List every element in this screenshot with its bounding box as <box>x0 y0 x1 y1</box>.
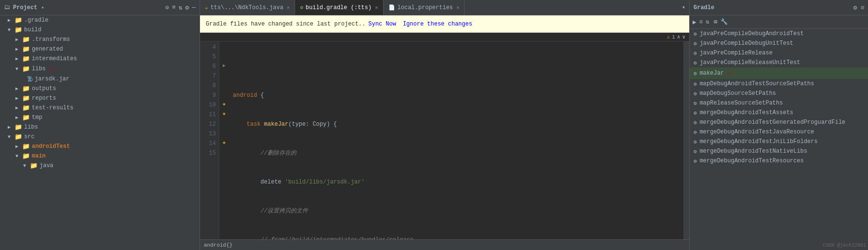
tab-local-properties[interactable]: 📄 local.properties ✕ <box>384 0 465 15</box>
code-content[interactable]: android { task makeJar(type: Copy) { //删… <box>229 41 683 239</box>
gradle-item-label: mapReleaseSourceSetPaths <box>700 100 783 106</box>
folder-icon: 📁 <box>14 26 22 34</box>
watermark: CSDN @jack22001 <box>823 243 866 248</box>
task-gear-icon: ⚙ <box>694 60 697 66</box>
gradle-item-mergeDebugAndroidTestJavaResource[interactable]: ⚙ mergeDebugAndroidTestJavaResource <box>690 127 868 137</box>
code-line-8: delete 'build/libs/jarsdk.jar' <box>233 177 680 187</box>
folder-bold-icon: 📁 <box>22 152 30 160</box>
line-number: 7 <box>200 71 216 81</box>
tree-item-test-results[interactable]: ▶ 📁 test-results <box>0 103 200 113</box>
tree-item-src[interactable]: ▼ 📁 src <box>0 132 200 142</box>
gradle-item-mapDebugSourceSetPaths[interactable]: ⚙ mapDebugSourceSetPaths <box>690 89 868 98</box>
line-number: 9 <box>200 91 216 100</box>
tree-arrow: ▶ <box>15 56 22 62</box>
tree-item-build[interactable]: ▼ 📁 build <box>0 25 200 35</box>
expand-icon[interactable]: ≡ <box>172 4 176 12</box>
gradle-sort-icon[interactable]: ≡ <box>699 19 703 26</box>
gradle-item-makeJar[interactable]: ⚙ makeJar ← <box>690 67 868 79</box>
gradle-items-list: ⚙ javaPreCompileDebugAndroidTest ⚙ javaP… <box>690 29 868 250</box>
tree-item-java[interactable]: ▼ 📁 java <box>0 161 200 171</box>
gradle-item-mergeDebugAndroidTestResources[interactable]: ⚙ mergeDebugAndroidTestResources <box>690 156 868 166</box>
tree-arrow: ▶ <box>15 95 22 101</box>
tree-item-gradle[interactable]: ▶ 📁 .gradle <box>0 15 200 25</box>
tree-label: java <box>40 162 53 169</box>
gutter-item <box>219 70 229 80</box>
tab-close-button[interactable]: ✕ <box>456 4 460 11</box>
tree-item-generated[interactable]: ▶ 📁 generated <box>0 44 200 54</box>
nav-up-button[interactable]: ∧ <box>677 34 681 40</box>
line-number: 12 <box>200 119 216 129</box>
tabs-dropdown-button[interactable]: ▾ <box>678 4 689 11</box>
gradle-settings-icon[interactable]: ⚙ <box>854 4 857 12</box>
gradle-panel-header: Gradle ⚙ ⊡ <box>690 0 868 15</box>
tab-gradle[interactable]: ⚙ build.gradle (:tts) ✕ <box>295 0 383 15</box>
settings-icon[interactable]: ⚙ <box>185 4 189 12</box>
tree-label: .transforms <box>32 36 70 43</box>
tab-ndk[interactable]: ☕ tts\...\NdkTools.java ✕ <box>200 0 295 15</box>
tree-item-jarsdk[interactable]: 🗜 jarsdk.jar <box>0 74 200 84</box>
gradle-expand-icon[interactable]: ⊡ <box>861 4 864 11</box>
gradle-item-mapDebugAndroidTestSourceSetPaths[interactable]: ⚙ mapDebugAndroidTestSourceSetPaths <box>690 79 868 89</box>
tree-label: build <box>24 26 41 33</box>
ignore-changes-link[interactable]: Ignore these changes <box>403 21 472 27</box>
editor-scrollbar[interactable] <box>683 41 689 239</box>
tree-item-main[interactable]: ▼ 📁 main <box>0 151 200 161</box>
gradle-item-mergeDebugAndroidTestAssets[interactable]: ⚙ mergeDebugAndroidTestAssets <box>690 108 868 118</box>
sync-now-link[interactable]: Sync Now <box>368 21 396 27</box>
gutter-run-button[interactable]: ▶ <box>219 61 229 70</box>
gutter-item <box>219 41 229 51</box>
tree-arrow: ▶ <box>15 144 22 149</box>
gradle-panel-title: Gradle <box>694 4 850 11</box>
line-number: 14 <box>200 139 216 148</box>
gradle-item-mapReleaseSourceSetPaths[interactable]: ⚙ mapReleaseSourceSetPaths <box>690 98 868 108</box>
gradle-item-javaPreCompileReleaseUnitTest[interactable]: ⚙ javaPreCompileReleaseUnitTest <box>690 58 868 67</box>
tree-item-outputs[interactable]: ▶ 📁 outputs <box>0 84 200 93</box>
gradle-item-javaPreCompileRelease[interactable]: ⚙ javaPreCompileRelease <box>690 48 868 58</box>
tree-label: generated <box>32 46 63 53</box>
code-editor-area: 4 5 6 7 8 9 10 11 12 13 14 15 ▶ ◈ ◈ ◈ <box>200 41 689 239</box>
folder-icon: 📁 <box>22 36 30 43</box>
tree-item-intermediates[interactable]: ▶ 📁 intermediates <box>0 54 200 64</box>
tab-close-button[interactable]: ✕ <box>287 4 290 11</box>
gradle-item-javaPreCompileDebugUnitTest[interactable]: ⚙ javaPreCompileDebugUnitTest <box>690 39 868 48</box>
tree-label: tmp <box>32 114 42 121</box>
tree-arrow: ▼ <box>8 27 14 33</box>
gradle-wrench-icon[interactable]: 🔧 <box>721 18 728 26</box>
tree-arrow: ▶ <box>15 86 22 92</box>
gutter-modified-marker: ◈ <box>219 99 229 109</box>
folder-icon: 📁 <box>14 123 22 131</box>
gradle-filter-icon[interactable]: ⇅ <box>706 18 709 26</box>
line-number: 10 <box>200 100 216 110</box>
folder-icon: 📁 <box>22 114 30 121</box>
gradle-item-javaPreCompileDebugAndroidTest[interactable]: ⚙ javaPreCompileDebugAndroidTest <box>690 29 868 39</box>
tree-item-androidtest[interactable]: ▶ 📁 androidTest <box>0 142 200 151</box>
panel-dropdown-icon[interactable]: ▾ <box>41 5 44 11</box>
gradle-link-icon[interactable]: ⊞ <box>714 18 717 26</box>
tree-label: .gradle <box>24 17 48 24</box>
jar-icon: 🗜 <box>27 76 33 83</box>
task-gear-icon: ⚙ <box>694 100 697 106</box>
tree-item-libs-build[interactable]: ▼ 📁 libs ← <box>0 64 200 74</box>
tree-item-libs-root[interactable]: ▶ 📁 libs <box>0 122 200 132</box>
gradle-item-mergeDebugAndroidTestGeneratedProguardFile[interactable]: ⚙ mergeDebugAndroidTestGeneratedProguard… <box>690 118 868 127</box>
code-line-5: android { <box>233 91 680 100</box>
tree-label: libs <box>24 124 38 131</box>
folder-icon: 📁 <box>22 94 30 102</box>
minimize-icon[interactable]: — <box>192 4 196 12</box>
tab-close-button[interactable]: ✕ <box>375 4 378 11</box>
editor-gutter: ▶ ◈ ◈ ◈ <box>219 41 229 239</box>
nav-down-button[interactable]: ∨ <box>682 34 685 40</box>
warning-bar: ⚠ 1 ∧ ∨ <box>200 33 689 41</box>
tree-item-reports[interactable]: ▶ 📁 reports <box>0 93 200 103</box>
tree-item-transforms[interactable]: ▶ 📁 .transforms <box>0 35 200 44</box>
tree-item-tmp[interactable]: ▶ 📁 tmp <box>0 113 200 122</box>
gutter-modified-marker: ◈ <box>219 109 229 118</box>
gradle-item-mergeDebugAndroidTestNativeLibs[interactable]: ⚙ mergeDebugAndroidTestNativeLibs <box>690 146 868 156</box>
gradle-item-mergeDebugAndroidTestJniLibFolders[interactable]: ⚙ mergeDebugAndroidTestJniLibFolders <box>690 137 868 146</box>
gradle-run-icon[interactable]: ▶ <box>693 18 696 26</box>
code-line-9: //设置拷贝的文件 <box>233 206 680 216</box>
collapse-icon[interactable]: ⇅ <box>179 4 183 12</box>
gradle-item-label: mapDebugAndroidTestSourceSetPaths <box>700 80 815 87</box>
scope-icon[interactable]: ⊙ <box>165 4 169 12</box>
task-gear-icon: ⚙ <box>694 158 697 164</box>
